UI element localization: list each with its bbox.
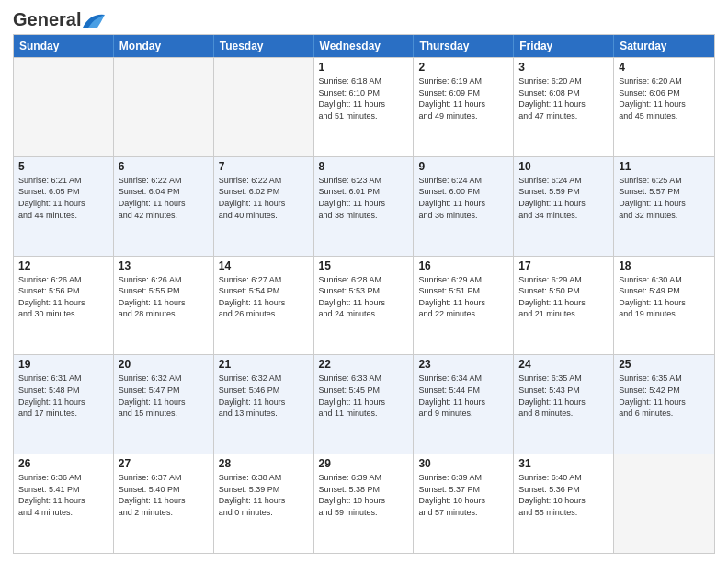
cell-info: Sunrise: 6:19 AMSunset: 6:09 PMDaylight:… (418, 75, 508, 121)
day-header-saturday: Saturday (614, 35, 714, 57)
calendar-cell-11: 11Sunrise: 6:25 AMSunset: 5:57 PMDayligh… (614, 157, 714, 256)
cell-info: Sunrise: 6:36 AMSunset: 5:41 PMDaylight:… (18, 472, 108, 518)
cell-day-number: 2 (418, 61, 508, 74)
calendar-cell-4: 4Sunrise: 6:20 AMSunset: 6:06 PMDaylight… (614, 58, 714, 156)
calendar-cell-12: 12Sunrise: 6:26 AMSunset: 5:56 PMDayligh… (14, 257, 114, 355)
calendar-cell-empty (214, 58, 314, 156)
cell-day-number: 15 (319, 259, 409, 272)
cell-info: Sunrise: 6:22 AMSunset: 6:02 PMDaylight:… (219, 175, 309, 221)
cell-info: Sunrise: 6:20 AMSunset: 6:08 PMDaylight:… (518, 75, 609, 121)
cell-info: Sunrise: 6:28 AMSunset: 5:53 PMDaylight:… (319, 274, 409, 320)
cell-info: Sunrise: 6:26 AMSunset: 5:55 PMDaylight:… (119, 274, 209, 320)
day-header-sunday: Sunday (14, 35, 114, 57)
cell-info: Sunrise: 6:24 AMSunset: 6:00 PMDaylight:… (418, 175, 508, 221)
cell-info: Sunrise: 6:32 AMSunset: 5:47 PMDaylight:… (119, 373, 209, 419)
calendar-cell-7: 7Sunrise: 6:22 AMSunset: 6:02 PMDaylight… (214, 157, 314, 256)
calendar-body: 1Sunrise: 6:18 AMSunset: 6:10 PMDaylight… (14, 57, 714, 553)
calendar-cell-24: 24Sunrise: 6:35 AMSunset: 5:43 PMDayligh… (514, 355, 614, 454)
calendar-cell-8: 8Sunrise: 6:23 AMSunset: 6:01 PMDaylight… (314, 157, 415, 256)
cell-info: Sunrise: 6:25 AMSunset: 5:57 PMDaylight:… (619, 175, 710, 221)
cell-day-number: 18 (619, 259, 710, 272)
cell-info: Sunrise: 6:37 AMSunset: 5:40 PMDaylight:… (119, 472, 209, 518)
cell-info: Sunrise: 6:23 AMSunset: 6:01 PMDaylight:… (319, 175, 409, 221)
calendar-cell-6: 6Sunrise: 6:22 AMSunset: 6:04 PMDaylight… (114, 157, 214, 256)
calendar-cell-30: 30Sunrise: 6:39 AMSunset: 5:37 PMDayligh… (414, 454, 514, 553)
cell-day-number: 31 (518, 457, 609, 470)
cell-day-number: 17 (518, 259, 609, 272)
calendar-cell-20: 20Sunrise: 6:32 AMSunset: 5:47 PMDayligh… (114, 355, 214, 454)
cell-info: Sunrise: 6:32 AMSunset: 5:46 PMDaylight:… (219, 373, 309, 419)
cell-day-number: 6 (119, 160, 209, 173)
calendar-cell-13: 13Sunrise: 6:26 AMSunset: 5:55 PMDayligh… (114, 257, 214, 355)
cell-info: Sunrise: 6:26 AMSunset: 5:56 PMDaylight:… (18, 274, 108, 320)
day-header-thursday: Thursday (414, 35, 514, 57)
calendar-row-5: 26Sunrise: 6:36 AMSunset: 5:41 PMDayligh… (14, 454, 714, 553)
cell-day-number: 24 (518, 358, 609, 371)
cell-info: Sunrise: 6:39 AMSunset: 5:38 PMDaylight:… (319, 472, 409, 518)
calendar-cell-29: 29Sunrise: 6:39 AMSunset: 5:38 PMDayligh… (314, 454, 415, 553)
day-header-friday: Friday (514, 35, 614, 57)
calendar-cell-19: 19Sunrise: 6:31 AMSunset: 5:48 PMDayligh… (14, 355, 114, 454)
calendar-cell-10: 10Sunrise: 6:24 AMSunset: 5:59 PMDayligh… (514, 157, 614, 256)
cell-info: Sunrise: 6:29 AMSunset: 5:51 PMDaylight:… (418, 274, 508, 320)
cell-day-number: 5 (18, 160, 108, 173)
calendar-cell-empty (614, 454, 714, 553)
cell-info: Sunrise: 6:35 AMSunset: 5:42 PMDaylight:… (619, 373, 710, 419)
calendar-row-2: 5Sunrise: 6:21 AMSunset: 6:05 PMDaylight… (14, 156, 714, 256)
cell-day-number: 21 (219, 358, 309, 371)
calendar-cell-15: 15Sunrise: 6:28 AMSunset: 5:53 PMDayligh… (314, 257, 415, 355)
calendar-cell-empty (114, 58, 214, 156)
logo-wing-icon (81, 11, 107, 29)
cell-info: Sunrise: 6:31 AMSunset: 5:48 PMDaylight:… (18, 373, 108, 419)
cell-day-number: 22 (319, 358, 409, 371)
calendar-row-4: 19Sunrise: 6:31 AMSunset: 5:48 PMDayligh… (14, 354, 714, 454)
cell-day-number: 26 (18, 457, 108, 470)
header: General (13, 9, 715, 27)
cell-info: Sunrise: 6:30 AMSunset: 5:49 PMDaylight:… (619, 274, 710, 320)
page: General SundayMondayTuesdayWednesdayThur… (0, 0, 728, 563)
cell-info: Sunrise: 6:29 AMSunset: 5:50 PMDaylight:… (518, 274, 609, 320)
cell-day-number: 20 (119, 358, 209, 371)
day-header-tuesday: Tuesday (214, 35, 314, 57)
calendar-cell-18: 18Sunrise: 6:30 AMSunset: 5:49 PMDayligh… (614, 257, 714, 355)
cell-info: Sunrise: 6:20 AMSunset: 6:06 PMDaylight:… (619, 75, 710, 121)
calendar-cell-2: 2Sunrise: 6:19 AMSunset: 6:09 PMDaylight… (414, 58, 514, 156)
logo: General (13, 9, 107, 27)
calendar-cell-27: 27Sunrise: 6:37 AMSunset: 5:40 PMDayligh… (114, 454, 214, 553)
cell-day-number: 13 (119, 259, 209, 272)
calendar-cell-1: 1Sunrise: 6:18 AMSunset: 6:10 PMDaylight… (314, 58, 415, 156)
cell-info: Sunrise: 6:27 AMSunset: 5:54 PMDaylight:… (219, 274, 309, 320)
cell-day-number: 30 (418, 457, 508, 470)
cell-day-number: 1 (319, 61, 409, 74)
calendar-cell-17: 17Sunrise: 6:29 AMSunset: 5:50 PMDayligh… (514, 257, 614, 355)
cell-day-number: 4 (619, 61, 710, 74)
cell-day-number: 23 (418, 358, 508, 371)
calendar-row-3: 12Sunrise: 6:26 AMSunset: 5:56 PMDayligh… (14, 256, 714, 355)
cell-day-number: 19 (18, 358, 108, 371)
cell-day-number: 9 (418, 160, 508, 173)
cell-info: Sunrise: 6:39 AMSunset: 5:37 PMDaylight:… (418, 472, 508, 518)
cell-info: Sunrise: 6:40 AMSunset: 5:36 PMDaylight:… (518, 472, 609, 518)
calendar-header: SundayMondayTuesdayWednesdayThursdayFrid… (14, 35, 714, 57)
calendar-cell-14: 14Sunrise: 6:27 AMSunset: 5:54 PMDayligh… (214, 257, 314, 355)
cell-info: Sunrise: 6:21 AMSunset: 6:05 PMDaylight:… (18, 175, 108, 221)
cell-info: Sunrise: 6:38 AMSunset: 5:39 PMDaylight:… (219, 472, 309, 518)
cell-day-number: 16 (418, 259, 508, 272)
cell-info: Sunrise: 6:22 AMSunset: 6:04 PMDaylight:… (119, 175, 209, 221)
logo-general: General (13, 9, 81, 30)
cell-day-number: 11 (619, 160, 710, 173)
calendar: SundayMondayTuesdayWednesdayThursdayFrid… (13, 34, 715, 554)
day-header-wednesday: Wednesday (314, 35, 415, 57)
cell-day-number: 7 (219, 160, 309, 173)
calendar-cell-5: 5Sunrise: 6:21 AMSunset: 6:05 PMDaylight… (14, 157, 114, 256)
calendar-cell-21: 21Sunrise: 6:32 AMSunset: 5:46 PMDayligh… (214, 355, 314, 454)
cell-day-number: 28 (219, 457, 309, 470)
cell-info: Sunrise: 6:33 AMSunset: 5:45 PMDaylight:… (319, 373, 409, 419)
calendar-cell-22: 22Sunrise: 6:33 AMSunset: 5:45 PMDayligh… (314, 355, 415, 454)
cell-info: Sunrise: 6:18 AMSunset: 6:10 PMDaylight:… (319, 75, 409, 121)
cell-info: Sunrise: 6:24 AMSunset: 5:59 PMDaylight:… (518, 175, 609, 221)
cell-info: Sunrise: 6:35 AMSunset: 5:43 PMDaylight:… (518, 373, 609, 419)
calendar-cell-9: 9Sunrise: 6:24 AMSunset: 6:00 PMDaylight… (414, 157, 514, 256)
cell-day-number: 25 (619, 358, 710, 371)
calendar-row-1: 1Sunrise: 6:18 AMSunset: 6:10 PMDaylight… (14, 57, 714, 156)
